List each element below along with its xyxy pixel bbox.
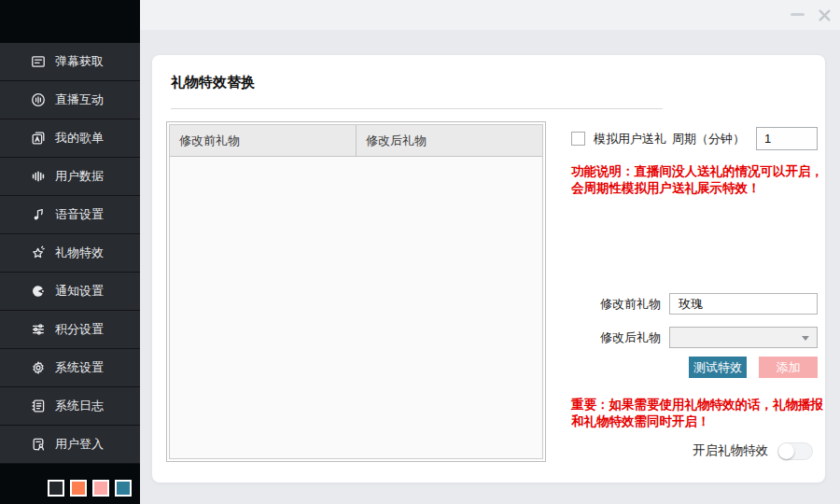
- sidebar-header: [0, 0, 140, 43]
- after-gift-label: 修改后礼物: [600, 329, 669, 346]
- table-header-before-gift: 修改前礼物: [170, 125, 357, 156]
- live-interaction-icon: [30, 91, 47, 108]
- action-buttons-row: 测试特效 添加: [571, 357, 818, 378]
- sidebar-item-user-data[interactable]: 用户数据: [0, 158, 140, 196]
- sidebar-item-label: 用户登入: [55, 436, 104, 453]
- user-data-icon: [30, 168, 47, 185]
- sidebar-item-my-playlist[interactable]: 我的歌单: [0, 119, 140, 158]
- gift-effect-toggle[interactable]: [777, 442, 813, 460]
- sidebar: 弹幕获取 直播互动 我的歌单 用户数据 语音设置: [0, 0, 140, 504]
- sidebar-item-voice-settings[interactable]: 语音设置: [0, 196, 140, 234]
- sidebar-item-system-log[interactable]: 系统日志: [0, 387, 140, 426]
- page-title: 礼物特效替换: [171, 74, 255, 91]
- gift-effects-icon: [30, 245, 47, 261]
- title-divider: [171, 108, 663, 109]
- sidebar-item-label: 系统日志: [55, 398, 104, 414]
- function-note: 功能说明：直播间没人送礼的情况可以开启，会周期性模拟用户送礼展示特效！: [571, 163, 829, 196]
- sidebar-item-system-settings[interactable]: 系统设置: [0, 349, 140, 387]
- sidebar-item-label: 积分设置: [55, 321, 104, 338]
- theme-swatch-dark[interactable]: [48, 480, 64, 497]
- simulate-gift-label: 模拟用户送礼: [594, 131, 666, 147]
- user-login-icon: [30, 436, 47, 453]
- theme-swatch-orange[interactable]: [70, 480, 87, 497]
- danmaku-list-icon: [30, 53, 47, 70]
- toggle-knob: [778, 443, 794, 459]
- sidebar-item-label: 礼物特效: [55, 245, 104, 261]
- sidebar-item-points-settings[interactable]: 积分设置: [0, 311, 140, 349]
- table-header-row: 修改前礼物 修改后礼物: [170, 125, 542, 157]
- sidebar-item-label: 系统设置: [55, 359, 104, 376]
- gift-table-inner: 修改前礼物 修改后礼物: [169, 124, 543, 459]
- period-label: 周期（分钟）: [672, 131, 745, 147]
- enable-gift-effect-label: 开启礼物特效: [693, 442, 768, 459]
- add-button[interactable]: 添加: [759, 357, 818, 378]
- important-note: 重要：如果需要使用礼物特效的话，礼物播报和礼物特效需同时开启！: [571, 397, 829, 429]
- enable-gift-effect-row: 开启礼物特效: [571, 441, 813, 460]
- sidebar-item-danmaku-fetch[interactable]: 弹幕获取: [0, 43, 140, 81]
- system-log-icon: [30, 398, 47, 414]
- sidebar-item-label: 用户数据: [55, 168, 104, 185]
- sidebar-item-gift-effects[interactable]: 礼物特效: [0, 234, 140, 273]
- voice-settings-icon: [30, 206, 47, 223]
- simulate-gift-checkbox[interactable]: [571, 132, 585, 146]
- before-gift-label: 修改前礼物: [600, 296, 669, 313]
- table-header-after-gift: 修改后礼物: [357, 125, 542, 156]
- close-icon[interactable]: [818, 8, 832, 22]
- before-gift-row: 修改前礼物: [571, 293, 818, 315]
- theme-swatch-pink[interactable]: [92, 480, 109, 497]
- main-page: 礼物特效替换 修改前礼物 修改后礼物 模拟用户送礼 周期（分钟） 功能说明：直播…: [140, 30, 840, 504]
- sidebar-item-live-interaction[interactable]: 直播互动: [0, 81, 140, 119]
- simulate-gift-row: 模拟用户送礼 周期（分钟）: [571, 127, 818, 150]
- table-body[interactable]: [170, 157, 542, 458]
- test-effect-button[interactable]: 测试特效: [689, 357, 747, 378]
- notification-settings-icon: [30, 283, 47, 300]
- sidebar-item-label: 直播互动: [55, 91, 104, 108]
- after-gift-row: 修改后礼物: [571, 327, 818, 348]
- minimize-icon[interactable]: [791, 13, 805, 16]
- before-gift-input[interactable]: [669, 293, 818, 315]
- sidebar-item-user-login[interactable]: 用户登入: [0, 426, 140, 464]
- sidebar-item-notification-settings[interactable]: 通知设置: [0, 273, 140, 311]
- gift-replacement-table: 修改前礼物 修改后礼物: [166, 121, 546, 462]
- my-playlist-icon: [30, 130, 47, 147]
- content-card: 礼物特效替换 修改前礼物 修改后礼物 模拟用户送礼 周期（分钟） 功能说明：直播…: [152, 55, 825, 483]
- theme-swatch-teal[interactable]: [115, 480, 132, 497]
- points-settings-icon: [30, 321, 47, 338]
- after-gift-select[interactable]: [669, 327, 818, 348]
- system-settings-icon: [30, 359, 47, 376]
- sidebar-item-label: 通知设置: [55, 283, 104, 300]
- sidebar-item-label: 弹幕获取: [55, 53, 104, 70]
- chevron-down-icon: [802, 336, 809, 341]
- period-input[interactable]: [756, 127, 818, 150]
- sidebar-item-label: 我的歌单: [55, 130, 104, 147]
- window-titlebar: [140, 0, 840, 30]
- sidebar-item-label: 语音设置: [55, 206, 104, 223]
- theme-swatches: [48, 480, 132, 497]
